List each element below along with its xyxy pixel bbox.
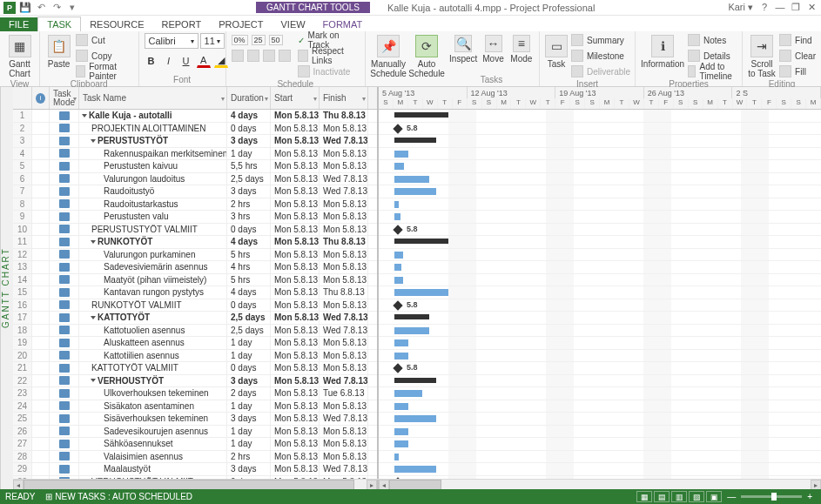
row-finish[interactable]: Mon 5.8.13 [320,299,368,312]
row-finish[interactable]: Wed 7.8.13 [320,135,368,147]
row-start[interactable]: Mon 5.8.13 [271,463,320,475]
table-row[interactable]: 25Sisäverhouksen tekeminen3 daysMon 5.8.… [13,413,377,426]
gantt-row[interactable]: 5.8 [379,123,821,136]
gantt-row[interactable] [379,249,821,262]
row-duration[interactable]: 4 days [227,236,271,248]
row-duration[interactable]: 3 days [227,375,271,387]
horizontal-scrollbar[interactable]: ◂ ▸ ◂ ▸ [13,479,821,489]
row-finish[interactable]: Wed 7.8.13 [320,325,368,337]
row-name[interactable]: RUNKOTYÖT [79,236,227,248]
minimize-icon[interactable]: — [774,2,786,13]
tab-task[interactable]: TASK [37,17,81,31]
tab-report[interactable]: REPORT [153,17,211,31]
user-name[interactable]: Kari ▾ [728,2,758,13]
row-name[interactable]: Kattotuolien asennus [79,325,227,337]
row-duration[interactable]: 2,5 days [227,325,271,337]
deliverable-button[interactable]: Deliverable [571,64,630,78]
gantt-row[interactable] [379,325,821,338]
respect-links-button[interactable]: Respect Links [298,49,360,63]
row-duration[interactable]: 2,5 days [227,173,271,185]
tab-file[interactable]: FILE [0,17,37,31]
row-name[interactable]: Sadevesiviemärin asennus [79,261,227,273]
col-header-name[interactable]: Task Name▾ [79,87,227,109]
table-row[interactable]: 15Kantavan rungon pystytys4 daysMon 5.8.… [13,286,377,299]
task-bar[interactable] [394,213,400,220]
manually-schedule-button[interactable]: 📌Manually Schedule [371,33,406,78]
row-name[interactable]: Kattotiilien asennus [79,350,227,362]
gantt-row[interactable] [379,261,821,274]
auto-schedule-button[interactable]: ⟳Auto Schedule [409,33,444,78]
save-icon[interactable]: 💾 [19,2,31,14]
row-start[interactable]: Mon 5.8.13 [271,236,320,248]
table-row[interactable]: 18Kattotuolien asennus2,5 daysMon 5.8.13… [13,325,377,338]
gantt-row[interactable] [379,173,821,186]
table-row[interactable]: 26Sadevesikourujen asennus1 dayMon 5.8.1… [13,426,377,439]
col-header-info[interactable]: i [32,87,50,109]
table-row[interactable]: 6Valurungon laudoitus2,5 daysMon 5.8.13W… [13,173,377,186]
close-icon[interactable]: ✕ [805,2,818,13]
row-name[interactable]: Valurungon laudoitus [79,173,227,185]
task-bar[interactable] [394,339,408,346]
table-row[interactable]: 23Ulkoverhouksen tekeminen2 daysMon 5.8.… [13,387,377,400]
row-start[interactable]: Mon 5.8.13 [271,400,320,413]
col-header-start[interactable]: Start▾ [271,87,320,109]
qat-customize-icon[interactable]: ▾ [66,2,78,14]
table-row[interactable]: 11RUNKOTYÖT4 daysMon 5.8.13Thu 8.8.13 [13,236,377,249]
row-finish[interactable]: Mon 5.8.13 [320,337,368,349]
row-duration[interactable]: 3 days [227,413,271,425]
table-row[interactable]: 28Valaisimien asennus2 hrsMon 5.8.13Mon … [13,451,377,464]
row-finish[interactable]: Mon 5.8.13 [320,224,368,236]
task-bar[interactable] [394,163,404,170]
row-name[interactable]: Valurungon purkaminen [79,249,227,261]
row-finish[interactable]: Wed 7.8.13 [320,375,368,387]
gantt-row[interactable] [379,211,821,224]
link-icon[interactable] [263,50,275,62]
col-header-mode[interactable]: Task Mode▾ [50,87,79,109]
row-name[interactable]: Maalaustyöt [79,463,227,475]
task-bar[interactable] [394,466,436,473]
row-finish[interactable]: Mon 5.8.13 [320,249,368,261]
row-duration[interactable]: 1 day [227,438,271,450]
row-finish[interactable]: Mon 5.8.13 [320,261,368,273]
row-finish[interactable]: Mon 5.8.13 [320,274,368,286]
row-start[interactable]: Mon 5.8.13 [271,148,320,160]
task-bar[interactable] [394,151,408,158]
row-name[interactable]: KATTOTYÖT VALMIIT [79,362,227,374]
row-finish[interactable]: Wed 7.8.13 [320,185,368,198]
task-bar[interactable] [394,440,408,447]
tab-project[interactable]: PROJECT [210,17,272,31]
row-duration[interactable]: 4 days [227,110,271,122]
table-row[interactable]: 10PERUSTUSTYÖT VALMIIT0 daysMon 5.8.13Mo… [13,224,377,237]
row-start[interactable]: Mon 5.8.13 [271,173,320,185]
format-painter-button[interactable]: Format Painter [76,64,132,78]
table-row[interactable]: 5Perustusten kaivuu5,5 hrsMon 5.8.13Mon … [13,160,377,173]
view-team-planner-button[interactable]: ▥ [671,491,687,502]
row-start[interactable]: Mon 5.8.13 [271,426,320,438]
cut-button[interactable]: Cut [76,33,132,47]
row-start[interactable]: Mon 5.8.13 [271,249,320,261]
bold-button[interactable]: B [145,54,158,68]
gantt-row[interactable] [379,135,821,148]
row-name[interactable]: Kantavan rungon pystytys [79,286,227,299]
table-row[interactable]: 9Perustusten valu3 hrsMon 5.8.13Mon 5.8.… [13,211,377,224]
view-bar[interactable]: GANTT CHART [0,87,13,489]
row-name[interactable]: Sisäkaton asentaminen [79,400,227,413]
task-bar[interactable] [394,415,436,422]
row-duration[interactable]: 5,5 hrs [227,160,271,172]
row-name[interactable]: Ulkoverhouksen tekeminen [79,387,227,400]
percent-50-button[interactable]: 50 [269,35,283,45]
row-start[interactable]: Mon 5.8.13 [271,198,320,211]
fill-button[interactable]: Fill [779,64,816,78]
table-row[interactable]: 17KATTOTYÖT2,5 daysMon 5.8.13Wed 7.8.13 [13,312,377,325]
row-name[interactable]: Sähköasennukset [79,438,227,450]
table-row[interactable]: 8Raudoitustarkastus2 hrsMon 5.8.13Mon 5.… [13,198,377,212]
table-row[interactable]: 22VERHOUSTYÖT3 daysMon 5.8.13Wed 7.8.13 [13,375,377,388]
col-header-id[interactable] [13,87,32,109]
row-finish[interactable]: Mon 5.8.13 [320,438,368,450]
gantt-row[interactable]: 5.8 [379,299,821,312]
row-start[interactable]: Mon 5.8.13 [271,350,320,362]
row-finish[interactable]: Mon 5.8.13 [320,451,368,463]
row-finish[interactable]: Mon 5.8.13 [320,400,368,413]
row-start[interactable]: Mon 5.8.13 [271,325,320,337]
row-start[interactable]: Mon 5.8.13 [271,211,320,223]
